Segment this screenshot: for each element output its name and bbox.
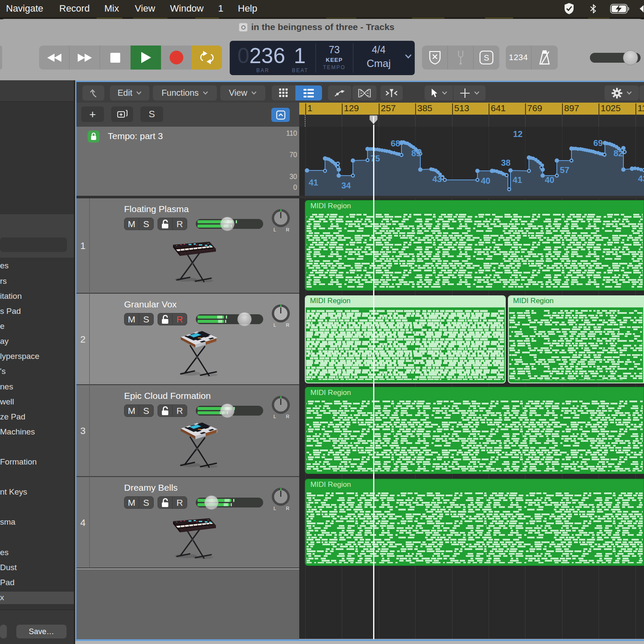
svg-text:R: R [286,322,289,328]
svg-text:41: 41 [513,175,522,185]
svg-text:40: 40 [545,175,554,185]
svg-text:68: 68 [391,139,400,148]
svg-text:L: L [273,227,276,232]
svg-text:82: 82 [614,149,623,158]
svg-text:34: 34 [341,181,351,190]
svg-text:L: L [273,322,276,328]
svg-text:L: L [273,506,276,511]
svg-text:S: S [484,53,489,62]
svg-text:R: R [286,506,289,511]
svg-text:43: 43 [432,174,442,184]
svg-text:43: 43 [638,174,644,183]
svg-text:R: R [286,414,289,419]
svg-text:41: 41 [309,178,318,187]
svg-text:12: 12 [513,129,522,139]
svg-text:R: R [286,227,289,232]
svg-text:89: 89 [411,149,421,158]
svg-text:L: L [273,414,276,419]
svg-text:57: 57 [560,165,569,175]
svg-text:69: 69 [593,138,603,148]
svg-text:40: 40 [481,176,490,185]
svg-text:75: 75 [371,154,380,163]
svg-text:38: 38 [501,158,510,167]
